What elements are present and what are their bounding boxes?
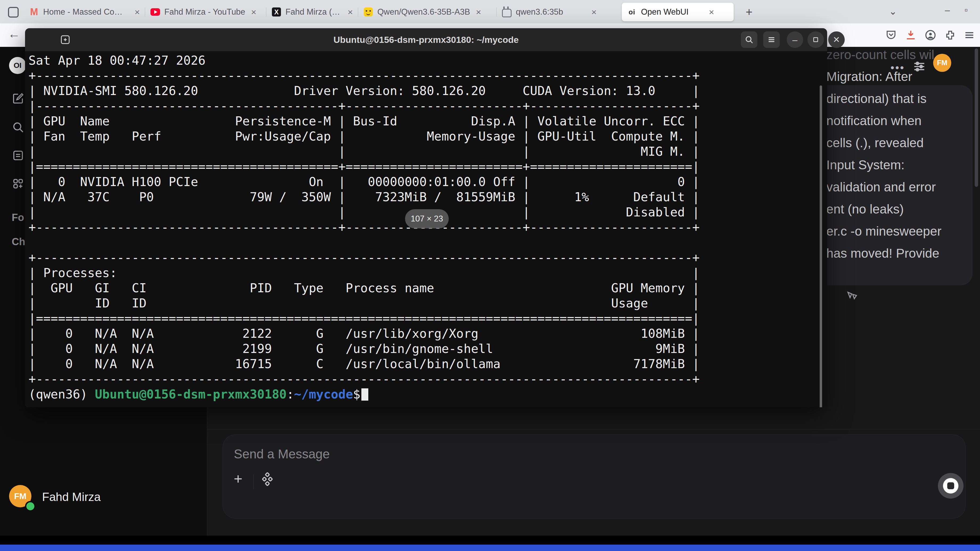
close-tab-icon[interactable]: ×	[709, 7, 714, 17]
extensions-icon[interactable]	[943, 28, 958, 43]
terminal-line: |=======================================…	[29, 311, 700, 326]
back-button[interactable]: ←	[8, 27, 20, 41]
terminal-line: +---------------------------------------…	[29, 68, 700, 83]
notes-icon[interactable]	[12, 149, 24, 162]
terminal-title-bar[interactable]: Ubuntu@0156-dsm-prxmx30180: ~/mycode – ✕	[25, 28, 827, 51]
terminal-line: +---------------------------------------…	[29, 372, 700, 387]
window-maximize-button[interactable]: ▫	[964, 5, 968, 15]
tab-massed-compute[interactable]: M Home - Massed Compute ×	[24, 3, 145, 21]
account-icon[interactable]	[923, 28, 938, 43]
attach-plus-button[interactable]: +	[229, 470, 247, 487]
tab-open-webui-active[interactable]: oi Open WebUI ×	[622, 3, 733, 21]
chat-text-line: ent (no leaks)	[826, 202, 980, 216]
terminal-line: |---------------------------------------…	[29, 98, 700, 114]
terminal-line: | Processes: |	[29, 265, 700, 281]
terminal-line: | GPU Name Persistence-M | Bus-Id Disp.A…	[29, 114, 700, 129]
tab-title: qwen3.6:35b	[516, 7, 563, 17]
open-webui-logo[interactable]: OI	[9, 57, 26, 74]
terminal-window: Ubuntu@0156-dsm-prxmx30180: ~/mycode – ✕	[25, 28, 827, 407]
message-input[interactable]: Send a Message	[234, 447, 330, 461]
tab-x-fahdmirza[interactable]: X Fahd Mirza (@fahdmirza ×	[266, 3, 358, 21]
prompt-venv: (qwen36)	[29, 387, 95, 402]
tab-title: Fahd Mirza - YouTube	[164, 7, 245, 17]
message-action-icon[interactable]	[846, 288, 859, 301]
pocket-icon[interactable]	[884, 28, 899, 43]
search-icon[interactable]	[12, 121, 24, 133]
menu-icon[interactable]	[962, 28, 977, 43]
close-tab-icon[interactable]: ×	[135, 7, 140, 17]
prompt-user-host: Ubuntu@0156-dsm-prxmx30180	[95, 387, 286, 402]
page-scrollbar[interactable]	[975, 48, 978, 187]
terminal-maximize-button[interactable]	[807, 32, 824, 48]
new-chat-icon[interactable]	[12, 92, 24, 105]
composer-divider	[207, 429, 980, 429]
composer-separator	[253, 474, 254, 489]
profile-row[interactable]: FM Fahd Mirza	[0, 481, 207, 513]
close-tab-icon[interactable]: ×	[347, 7, 353, 17]
chat-text-line: cells (.), revealed	[826, 135, 980, 150]
stop-generating-button[interactable]	[938, 473, 964, 499]
chat-text-line: Input System:	[826, 157, 980, 172]
sidebar-folders-label[interactable]: Fo	[12, 212, 24, 223]
terminal-title: Ubuntu@0156-dsm-prxmx30180: ~/mycode	[25, 28, 827, 51]
new-tab-button[interactable]: +	[740, 3, 762, 21]
x-favicon: X	[272, 7, 281, 17]
composer-card	[223, 434, 966, 519]
chat-controls-sliders-icon[interactable]	[912, 59, 927, 74]
screen: M Home - Massed Compute × Fahd Mirza - Y…	[0, 0, 980, 551]
terminal-minimize-button[interactable]: –	[787, 32, 803, 48]
chat-text-line: validation and error	[826, 179, 980, 194]
youtube-favicon	[151, 7, 160, 17]
terminal-line: | 0 NVIDIA H100 PCIe On | 00000000:01:00…	[29, 174, 700, 189]
prompt-path: ~/mycode	[294, 387, 353, 402]
prompt-separator: :	[286, 387, 294, 402]
downloads-icon[interactable]	[903, 28, 918, 43]
tab-title: Qwen/Qwen3.6-35B-A3B	[377, 7, 470, 17]
close-tab-icon[interactable]: ×	[476, 7, 481, 17]
user-avatar[interactable]: FM	[933, 54, 951, 72]
terminal-line: | GPU GI CI PID Type Process name GPU Me…	[29, 281, 700, 296]
chat-text-line: notification when	[826, 113, 980, 128]
firefox-view-icon[interactable]	[8, 7, 19, 17]
terminal-line: | NVIDIA-SMI 580.126.20 Driver Version: …	[29, 83, 700, 98]
workspace-icon[interactable]	[12, 177, 24, 190]
profile-name: Fahd Mirza	[42, 490, 101, 503]
terminal-close-button[interactable]: ✕	[828, 32, 845, 48]
terminal-search-button[interactable]	[741, 32, 757, 48]
tab-title: Fahd Mirza (@fahdmirza	[285, 7, 342, 17]
terminal-line: | | | MIG M. |	[29, 144, 700, 159]
sidebar-chats-label[interactable]: Ch	[12, 236, 25, 248]
browser-tab-bar: M Home - Massed Compute × Fahd Mirza - Y…	[0, 0, 980, 24]
terminal-line: | ID ID Usage |	[29, 296, 700, 311]
huggingface-favicon	[363, 7, 373, 17]
terminal-scrollbar[interactable]	[820, 86, 822, 407]
chat-text-line: zero-count cells wil	[826, 48, 980, 62]
tab-qwen-huggingface[interactable]: Qwen/Qwen3.6-35B-A3B ×	[358, 3, 497, 21]
massed-compute-favicon: M	[29, 7, 39, 17]
chat-text-line: er.c -o minesweeper	[826, 224, 980, 238]
tools-diamonds-icon[interactable]	[260, 472, 275, 487]
chat-more-options-icon[interactable]: •••	[891, 62, 905, 74]
terminal-line: | Fan Temp Perf Pwr:Usage/Cap | Memory-U…	[29, 129, 700, 144]
terminal-cursor	[361, 388, 368, 401]
terminal-output: Sat Apr 18 00:47:27 2026 +--------------…	[29, 53, 700, 402]
tab-youtube[interactable]: Fahd Mirza - YouTube ×	[145, 3, 266, 21]
terminal-line: | 0 N/A N/A 16715 C /usr/local/bin/ollam…	[29, 356, 700, 372]
window-minimize-button[interactable]: –	[945, 5, 950, 15]
terminal-line: | 0 N/A N/A 2122 G /usr/lib/xorg/Xorg 10…	[29, 326, 700, 341]
terminal-line: |=======================================…	[29, 159, 700, 174]
close-tab-icon[interactable]: ×	[251, 7, 256, 17]
terminal-line: | N/A 37C P0 79W / 350W | 7323MiB / 8155…	[29, 189, 700, 205]
terminal-size-badge: 107 × 23	[405, 209, 449, 229]
list-all-tabs-chevron-icon[interactable]: ⌄	[889, 6, 897, 17]
close-tab-icon[interactable]: ×	[592, 7, 597, 17]
stop-icon	[943, 478, 958, 494]
tab-title: Open WebUI	[641, 7, 689, 17]
bottom-blue-bar	[0, 545, 980, 551]
prompt-symbol: $	[353, 387, 361, 402]
terminal-line: +---------------------------------------…	[29, 220, 700, 235]
terminal-menu-button[interactable]	[763, 32, 780, 48]
terminal-new-tab-icon[interactable]	[57, 32, 73, 48]
tab-qwen-model[interactable]: qwen3.6:35b ×	[497, 3, 619, 21]
tab-title: Home - Massed Compute	[43, 7, 129, 17]
